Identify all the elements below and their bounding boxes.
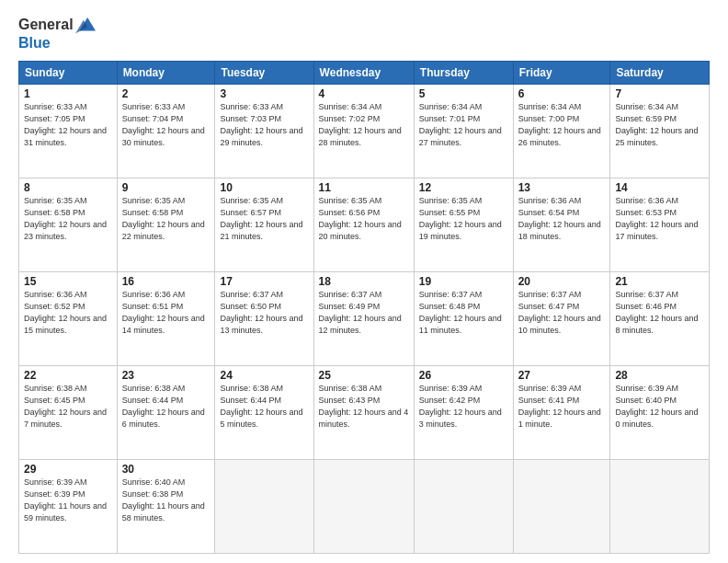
day-number: 18 xyxy=(319,275,409,288)
day-info: Sunrise: 6:40 AMSunset: 6:38 PMDaylight:… xyxy=(122,477,205,523)
calendar-cell: 30 Sunrise: 6:40 AMSunset: 6:38 PMDaylig… xyxy=(117,459,215,553)
calendar-cell: 4 Sunrise: 6:34 AMSunset: 7:02 PMDayligh… xyxy=(313,84,414,178)
day-info: Sunrise: 6:34 AMSunset: 6:59 PMDaylight:… xyxy=(615,102,698,147)
logo: General Blue xyxy=(18,15,96,52)
calendar-cell: 8 Sunrise: 6:35 AMSunset: 6:58 PMDayligh… xyxy=(19,178,118,271)
calendar-cell: 23 Sunrise: 6:38 AMSunset: 6:44 PMDaylig… xyxy=(117,365,215,459)
day-number: 1 xyxy=(24,87,112,100)
day-info: Sunrise: 6:33 AMSunset: 7:04 PMDaylight:… xyxy=(122,102,205,147)
day-number: 20 xyxy=(518,275,606,288)
calendar-cell: 12 Sunrise: 6:35 AMSunset: 6:55 PMDaylig… xyxy=(414,178,513,271)
day-info: Sunrise: 6:35 AMSunset: 6:58 PMDaylight:… xyxy=(122,196,205,241)
day-info: Sunrise: 6:35 AMSunset: 6:56 PMDaylight:… xyxy=(319,196,402,241)
day-info: Sunrise: 6:39 AMSunset: 6:40 PMDaylight:… xyxy=(615,384,698,429)
calendar-cell: 20 Sunrise: 6:37 AMSunset: 6:47 PMDaylig… xyxy=(513,271,610,365)
day-number: 7 xyxy=(615,87,704,100)
day-info: Sunrise: 6:37 AMSunset: 6:49 PMDaylight:… xyxy=(319,290,402,335)
page: General Blue SundayMondayTuesdayWednesda… xyxy=(0,0,728,563)
day-number: 30 xyxy=(122,463,210,476)
day-header-tuesday: Tuesday xyxy=(215,61,313,84)
day-number: 21 xyxy=(615,275,704,288)
day-info: Sunrise: 6:36 AMSunset: 6:53 PMDaylight:… xyxy=(615,196,698,241)
calendar-cell: 5 Sunrise: 6:34 AMSunset: 7:01 PMDayligh… xyxy=(414,84,513,178)
day-number: 24 xyxy=(220,369,308,382)
calendar-cell: 24 Sunrise: 6:38 AMSunset: 6:44 PMDaylig… xyxy=(215,365,313,459)
day-number: 22 xyxy=(24,369,112,382)
day-number: 14 xyxy=(615,181,704,194)
logo-blue: Blue xyxy=(18,35,96,52)
calendar-cell: 11 Sunrise: 6:35 AMSunset: 6:56 PMDaylig… xyxy=(313,178,414,271)
day-info: Sunrise: 6:35 AMSunset: 6:55 PMDaylight:… xyxy=(419,196,502,241)
logo-general: General xyxy=(18,17,74,33)
day-info: Sunrise: 6:34 AMSunset: 7:01 PMDaylight:… xyxy=(419,102,502,147)
day-number: 3 xyxy=(220,87,308,100)
calendar-cell xyxy=(414,459,513,553)
day-number: 6 xyxy=(518,87,606,100)
calendar-cell: 1 Sunrise: 6:33 AMSunset: 7:05 PMDayligh… xyxy=(19,84,118,178)
calendar-cell: 25 Sunrise: 6:38 AMSunset: 6:43 PMDaylig… xyxy=(313,365,414,459)
day-header-wednesday: Wednesday xyxy=(313,61,414,84)
day-number: 27 xyxy=(518,369,606,382)
day-number: 13 xyxy=(518,181,606,194)
day-info: Sunrise: 6:39 AMSunset: 6:39 PMDaylight:… xyxy=(24,477,107,523)
day-number: 2 xyxy=(122,87,210,100)
header: General Blue xyxy=(18,15,710,52)
day-info: Sunrise: 6:39 AMSunset: 6:42 PMDaylight:… xyxy=(419,384,502,429)
calendar-cell: 9 Sunrise: 6:35 AMSunset: 6:58 PMDayligh… xyxy=(117,178,215,271)
day-header-monday: Monday xyxy=(117,61,215,84)
day-number: 17 xyxy=(220,275,308,288)
day-number: 29 xyxy=(24,463,112,476)
calendar-cell: 28 Sunrise: 6:39 AMSunset: 6:40 PMDaylig… xyxy=(610,365,710,459)
day-info: Sunrise: 6:37 AMSunset: 6:48 PMDaylight:… xyxy=(419,290,502,335)
day-header-saturday: Saturday xyxy=(610,61,710,84)
calendar-cell: 2 Sunrise: 6:33 AMSunset: 7:04 PMDayligh… xyxy=(117,84,215,178)
calendar-cell: 22 Sunrise: 6:38 AMSunset: 6:45 PMDaylig… xyxy=(19,365,118,459)
day-number: 15 xyxy=(24,275,112,288)
day-info: Sunrise: 6:36 AMSunset: 6:51 PMDaylight:… xyxy=(122,290,205,335)
day-number: 10 xyxy=(220,181,308,194)
calendar-cell: 14 Sunrise: 6:36 AMSunset: 6:53 PMDaylig… xyxy=(610,178,710,271)
day-number: 26 xyxy=(419,369,508,382)
day-info: Sunrise: 6:36 AMSunset: 6:54 PMDaylight:… xyxy=(518,196,601,241)
day-number: 19 xyxy=(419,275,508,288)
day-number: 8 xyxy=(24,181,112,194)
day-number: 12 xyxy=(419,181,508,194)
day-number: 28 xyxy=(615,369,704,382)
calendar-cell: 15 Sunrise: 6:36 AMSunset: 6:52 PMDaylig… xyxy=(19,271,118,365)
day-number: 9 xyxy=(122,181,210,194)
day-info: Sunrise: 6:33 AMSunset: 7:03 PMDaylight:… xyxy=(220,102,302,147)
day-info: Sunrise: 6:35 AMSunset: 6:57 PMDaylight:… xyxy=(220,196,302,241)
logo-icon xyxy=(75,15,96,35)
day-number: 23 xyxy=(122,369,210,382)
day-number: 11 xyxy=(319,181,409,194)
calendar-cell: 27 Sunrise: 6:39 AMSunset: 6:41 PMDaylig… xyxy=(513,365,610,459)
day-info: Sunrise: 6:35 AMSunset: 6:58 PMDaylight:… xyxy=(24,196,107,241)
day-info: Sunrise: 6:38 AMSunset: 6:44 PMDaylight:… xyxy=(220,384,302,429)
day-info: Sunrise: 6:34 AMSunset: 7:00 PMDaylight:… xyxy=(518,102,601,147)
day-info: Sunrise: 6:37 AMSunset: 6:50 PMDaylight:… xyxy=(220,290,302,335)
calendar-cell: 13 Sunrise: 6:36 AMSunset: 6:54 PMDaylig… xyxy=(513,178,610,271)
calendar-cell: 6 Sunrise: 6:34 AMSunset: 7:00 PMDayligh… xyxy=(513,84,610,178)
day-number: 25 xyxy=(319,369,409,382)
day-header-thursday: Thursday xyxy=(414,61,513,84)
calendar-cell xyxy=(610,459,710,553)
calendar-cell: 10 Sunrise: 6:35 AMSunset: 6:57 PMDaylig… xyxy=(215,178,313,271)
day-number: 5 xyxy=(419,87,508,100)
day-info: Sunrise: 6:36 AMSunset: 6:52 PMDaylight:… xyxy=(24,290,107,335)
day-info: Sunrise: 6:37 AMSunset: 6:47 PMDaylight:… xyxy=(518,290,601,335)
day-header-sunday: Sunday xyxy=(19,61,118,84)
day-info: Sunrise: 6:33 AMSunset: 7:05 PMDaylight:… xyxy=(24,102,107,147)
day-info: Sunrise: 6:38 AMSunset: 6:44 PMDaylight:… xyxy=(122,384,205,429)
calendar-cell: 7 Sunrise: 6:34 AMSunset: 6:59 PMDayligh… xyxy=(610,84,710,178)
calendar-cell xyxy=(313,459,414,553)
calendar-cell xyxy=(215,459,313,553)
calendar-cell: 21 Sunrise: 6:37 AMSunset: 6:46 PMDaylig… xyxy=(610,271,710,365)
calendar-cell: 26 Sunrise: 6:39 AMSunset: 6:42 PMDaylig… xyxy=(414,365,513,459)
calendar-cell: 16 Sunrise: 6:36 AMSunset: 6:51 PMDaylig… xyxy=(117,271,215,365)
day-info: Sunrise: 6:37 AMSunset: 6:46 PMDaylight:… xyxy=(615,290,698,335)
day-header-friday: Friday xyxy=(513,61,610,84)
calendar-cell: 17 Sunrise: 6:37 AMSunset: 6:50 PMDaylig… xyxy=(215,271,313,365)
calendar-cell xyxy=(513,459,610,553)
day-number: 4 xyxy=(319,87,409,100)
calendar-cell: 18 Sunrise: 6:37 AMSunset: 6:49 PMDaylig… xyxy=(313,271,414,365)
